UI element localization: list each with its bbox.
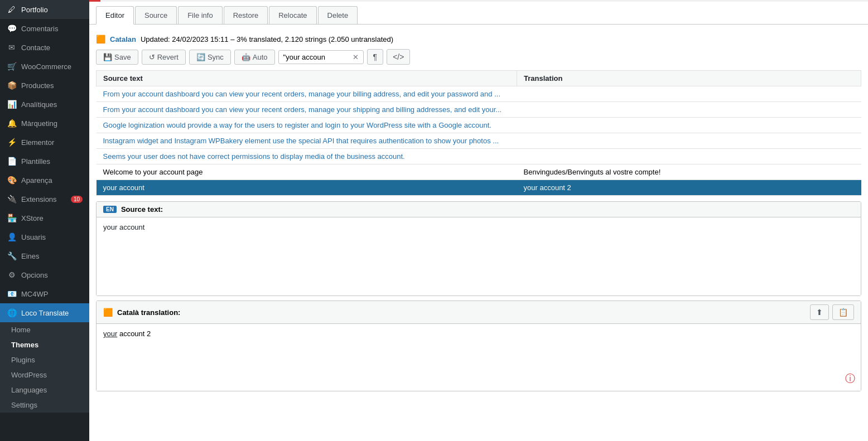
strings-table: Source text Translation From your accoun… bbox=[96, 70, 861, 196]
tab-editor[interactable]: Editor bbox=[96, 6, 134, 25]
save-button[interactable]: 💾 Save bbox=[96, 50, 138, 65]
translation-cell: Benvingudes/Benvinguts al vostre compte! bbox=[517, 164, 861, 180]
usuaris-icon: 👤 bbox=[7, 232, 17, 242]
sidebar-item-label: Opcions bbox=[21, 271, 48, 279]
editor-content: 🟧 Catalan Updated: 24/02/2023 15:11 – 3%… bbox=[89, 25, 868, 441]
source-cell: Instagram widget and Instagram WPBakery … bbox=[97, 133, 517, 149]
translation-panel: 🟧 Català translation: ⬆ 📋 your account 2… bbox=[96, 301, 861, 391]
table-row[interactable]: From your account dashboard you can view… bbox=[97, 86, 861, 102]
submenu-home[interactable]: Home bbox=[0, 322, 89, 337]
opcions-icon: ⚙ bbox=[7, 270, 17, 280]
tab-fileinfo[interactable]: File info bbox=[178, 6, 223, 24]
paragraph-button[interactable]: ¶ bbox=[367, 49, 384, 65]
search-clear-icon[interactable]: ✕ bbox=[353, 53, 359, 61]
loco-icon: 🌐 bbox=[7, 308, 17, 318]
tab-relocate[interactable]: Relocate bbox=[269, 6, 316, 24]
sidebar-item-loco[interactable]: 🌐 Loco Translate bbox=[0, 303, 89, 322]
tab-delete[interactable]: Delete bbox=[318, 6, 358, 24]
sidebar-item-extensions[interactable]: 🔌 Extensions 10 bbox=[0, 190, 89, 209]
sidebar-item-label: Eines bbox=[21, 252, 40, 260]
sidebar-item-comentaris[interactable]: 💬 Comentaris bbox=[0, 19, 89, 38]
flag-icon: 🟧 bbox=[96, 35, 105, 43]
table-row[interactable]: Google loginization would provide a way … bbox=[97, 118, 861, 133]
mc4wp-icon: 📧 bbox=[7, 289, 17, 299]
translation-body-wrapper: your account 2 ⓘ bbox=[97, 324, 861, 391]
sidebar-item-opcions[interactable]: ⚙ Opcions bbox=[0, 265, 89, 284]
aparenca-icon: 🎨 bbox=[7, 175, 17, 185]
col-source: Source text bbox=[97, 71, 517, 86]
warning-icon: ⓘ bbox=[845, 372, 855, 385]
status-details: Updated: 24/02/2023 15:11 – 3% translate… bbox=[141, 35, 393, 43]
productes-icon: 📦 bbox=[7, 80, 17, 90]
table-row[interactable]: Instagram widget and Instagram WPBakery … bbox=[97, 133, 861, 149]
search-box: ✕ bbox=[278, 50, 364, 64]
plantilles-icon: 📄 bbox=[7, 156, 17, 166]
table-row[interactable]: your accountyour account 2 bbox=[97, 180, 861, 196]
source-cell: From your account dashboard you can view… bbox=[97, 86, 517, 102]
translation-cell: your account 2 bbox=[517, 180, 861, 196]
submenu-wordpress[interactable]: WordPress bbox=[0, 367, 89, 382]
sidebar-item-eines[interactable]: 🔧 Eines bbox=[0, 246, 89, 265]
extensions-badge: 10 bbox=[71, 196, 83, 203]
translation-cell bbox=[517, 133, 861, 149]
translation-underline-part: your bbox=[103, 329, 117, 338]
source-cell: your account bbox=[97, 180, 517, 196]
col-translation: Translation bbox=[517, 71, 861, 86]
elementor-icon: ⚡ bbox=[7, 137, 17, 147]
sidebar-item-analitiques[interactable]: 📊 Analítiques bbox=[0, 95, 89, 114]
sidebar-item-aparenca[interactable]: 🎨 Aparença bbox=[0, 171, 89, 190]
code-button[interactable]: </> bbox=[387, 49, 410, 65]
source-panel: EN Source text: your account bbox=[96, 201, 861, 296]
sidebar-item-plantilles[interactable]: 📄 Plantilles bbox=[0, 152, 89, 171]
sidebar-item-label: XStore bbox=[21, 214, 44, 222]
copy-button[interactable]: 📋 bbox=[832, 304, 854, 320]
auto-icon: 🤖 bbox=[242, 53, 250, 61]
source-cell: From your account dashboard you can view… bbox=[97, 102, 517, 118]
marqueting-icon: 🔔 bbox=[7, 118, 17, 128]
sidebar-item-usuaris[interactable]: 👤 Usuaris bbox=[0, 227, 89, 246]
source-panel-label: Source text: bbox=[121, 205, 163, 214]
submenu-settings[interactable]: Settings bbox=[0, 398, 89, 413]
sidebar-item-label: MC4WP bbox=[21, 290, 48, 298]
submenu-themes[interactable]: Themes bbox=[0, 337, 89, 352]
translation-body[interactable]: your account 2 bbox=[97, 324, 861, 391]
sidebar-item-contacte[interactable]: ✉ Contacte bbox=[0, 38, 89, 57]
sync-icon: 🔄 bbox=[196, 53, 205, 61]
sidebar-item-mc4wp[interactable]: 📧 MC4WP bbox=[0, 284, 89, 303]
sidebar-item-xstore[interactable]: 🏪 XStore bbox=[0, 209, 89, 227]
sidebar-item-portfolio[interactable]: 🖊 Portfolio bbox=[0, 0, 89, 19]
table-row[interactable]: Welcome to your account pageBenvingudes/… bbox=[97, 164, 861, 180]
sidebar-item-woocommerce[interactable]: 🛒 WooCommerce bbox=[0, 57, 89, 76]
sidebar-item-label: WooCommerce bbox=[21, 62, 71, 71]
sidebar-item-label: Plantilles bbox=[21, 157, 50, 166]
main-content: Editor Source File info Restore Relocate… bbox=[89, 0, 868, 441]
translation-cell bbox=[517, 118, 861, 133]
translation-header-right: ⬆ 📋 bbox=[810, 304, 854, 320]
revert-button[interactable]: ↺ Revert bbox=[142, 50, 186, 65]
search-input[interactable] bbox=[283, 53, 350, 61]
sidebar-item-productes[interactable]: 📦 Productes bbox=[0, 76, 89, 95]
sidebar-item-label: Màrqueting bbox=[21, 119, 57, 128]
sidebar-item-label: Comentaris bbox=[21, 25, 58, 33]
translation-panel-label: Català translation: bbox=[117, 308, 180, 317]
source-cell: Seems your user does not have correct pe… bbox=[97, 149, 517, 164]
source-text-value: your account bbox=[103, 223, 144, 231]
table-row[interactable]: From your account dashboard you can view… bbox=[97, 102, 861, 118]
comentaris-icon: 💬 bbox=[7, 23, 17, 33]
sync-button[interactable]: 🔄 Sync bbox=[189, 50, 231, 65]
sidebar-item-marqueting[interactable]: 🔔 Màrqueting bbox=[0, 114, 89, 133]
extensions-icon: 🔌 bbox=[7, 194, 17, 204]
tab-source[interactable]: Source bbox=[135, 6, 177, 24]
sidebar-item-label: Usuaris bbox=[21, 233, 46, 241]
sidebar-item-elementor[interactable]: ⚡ Elementor bbox=[0, 133, 89, 152]
loco-submenu: Home Themes Plugins WordPress Languages … bbox=[0, 322, 89, 413]
submenu-languages[interactable]: Languages bbox=[0, 382, 89, 398]
auto-button[interactable]: 🤖 Auto bbox=[234, 50, 275, 65]
table-row[interactable]: Seems your user does not have correct pe… bbox=[97, 149, 861, 164]
portfolio-icon: 🖊 bbox=[7, 4, 17, 14]
upload-button[interactable]: ⬆ bbox=[810, 304, 829, 320]
tab-restore[interactable]: Restore bbox=[224, 6, 268, 24]
submenu-plugins[interactable]: Plugins bbox=[0, 352, 89, 367]
source-cell: Welcome to your account page bbox=[97, 164, 517, 180]
sidebar-item-label: Aparença bbox=[21, 176, 52, 185]
